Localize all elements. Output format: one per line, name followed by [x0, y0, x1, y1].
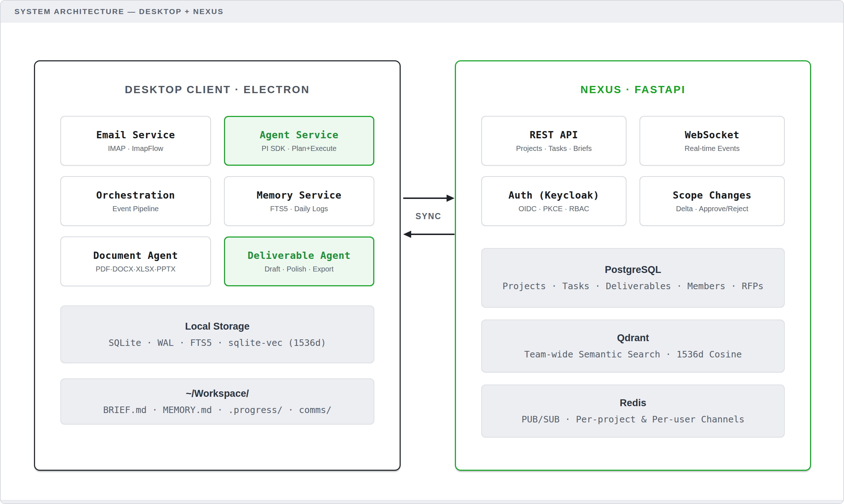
panel-title-desktop: DESKTOP CLIENT · ELECTRON — [60, 84, 374, 96]
box-subtitle: PUB/SUB · Per-project & Per-user Channel… — [521, 414, 744, 425]
box-title: Email Service — [96, 129, 175, 140]
box-subtitle: PDF·DOCX·XLSX·PPTX — [96, 265, 176, 273]
box-title: ~/Workspace/ — [186, 388, 249, 399]
box-subtitle: SQLite · WAL · FTS5 · sqlite-vec (1536d) — [108, 338, 326, 348]
box-title: Redis — [620, 397, 646, 409]
page-card: SYSTEM ARCHITECTURE — DESKTOP + NEXUS DE… — [0, 0, 844, 504]
box-subtitle: FTS5 · Daily Logs — [270, 205, 328, 213]
box-subtitle: PI SDK · Plan+Execute — [262, 144, 336, 153]
box-title: Scope Changes — [673, 190, 752, 201]
panel-desktop-client: DESKTOP CLIENT · ELECTRON Email Service … — [34, 60, 401, 471]
box-title: Local Storage — [185, 321, 250, 332]
box-title: PostgreSQL — [605, 264, 661, 275]
box-title: Memory Service — [257, 190, 341, 201]
box-subtitle: Draft · Polish · Export — [264, 265, 333, 273]
box-rest-api: REST API Projects · Tasks · Briefs — [481, 116, 626, 166]
box-subtitle: Projects · Tasks · Deliverables · Member… — [503, 281, 763, 291]
box-orchestration: Orchestration Event Pipeline — [60, 176, 211, 226]
sync-label: SYNC — [401, 212, 456, 221]
box-workspace: ~/Workspace/ BRIEF.md · MEMORY.md · .pro… — [60, 378, 374, 425]
box-subtitle: Projects · Tasks · Briefs — [516, 144, 592, 153]
page-title: SYSTEM ARCHITECTURE — DESKTOP + NEXUS — [14, 7, 224, 16]
box-title: REST API — [530, 129, 578, 140]
box-redis: Redis PUB/SUB · Per-project & Per-user C… — [481, 384, 785, 438]
box-postgresql: PostgreSQL Projects · Tasks · Deliverabl… — [481, 248, 785, 308]
arrow-left-icon — [403, 231, 455, 238]
box-title: Qdrant — [617, 333, 649, 344]
box-title: Auth (Keycloak) — [508, 190, 599, 201]
header-bar: SYSTEM ARCHITECTURE — DESKTOP + NEXUS — [1, 1, 843, 22]
nexus-service-grid: REST API Projects · Tasks · Briefs WebSo… — [481, 116, 785, 226]
box-title: Orchestration — [96, 190, 175, 201]
box-email-service: Email Service IMAP · ImapFlow — [60, 116, 211, 166]
sync-connector: SYNC — [401, 192, 456, 243]
box-subtitle: Delta · Approve/Reject — [676, 205, 748, 213]
box-title: Document Agent — [93, 250, 178, 261]
box-websocket: WebSocket Real-time Events — [640, 116, 785, 166]
desktop-service-grid: Email Service IMAP · ImapFlow Agent Serv… — [60, 116, 374, 286]
box-title: WebSocket — [685, 129, 740, 140]
box-qdrant: Qdrant Team-wide Semantic Search · 1536d… — [481, 320, 785, 373]
box-scope-changes: Scope Changes Delta · Approve/Reject — [640, 176, 785, 226]
box-memory-service: Memory Service FTS5 · Daily Logs — [224, 176, 375, 226]
panel-nexus: NEXUS · FASTAPI REST API Projects · Task… — [455, 60, 811, 471]
box-auth-keycloak: Auth (Keycloak) OIDC · PKCE · RBAC — [481, 176, 626, 226]
box-deliverable-agent: Deliverable Agent Draft · Polish · Expor… — [224, 236, 375, 286]
footer-strip — [1, 500, 843, 503]
box-subtitle: Real-time Events — [685, 144, 740, 153]
box-subtitle: OIDC · PKCE · RBAC — [518, 205, 589, 213]
box-subtitle: Team-wide Semantic Search · 1536d Cosine — [524, 349, 742, 360]
box-local-storage: Local Storage SQLite · WAL · FTS5 · sqli… — [60, 305, 374, 363]
box-agent-service: Agent Service PI SDK · Plan+Execute — [224, 116, 375, 166]
panel-title-nexus: NEXUS · FASTAPI — [481, 84, 785, 96]
box-subtitle: BRIEF.md · MEMORY.md · .progress/ · comm… — [103, 405, 331, 415]
box-document-agent: Document Agent PDF·DOCX·XLSX·PPTX — [60, 236, 211, 286]
box-title: Deliverable Agent — [247, 250, 350, 261]
box-subtitle: IMAP · ImapFlow — [108, 144, 163, 153]
arrow-right-icon — [403, 195, 455, 202]
box-title: Agent Service — [260, 129, 339, 140]
box-subtitle: Event Pipeline — [112, 205, 159, 213]
